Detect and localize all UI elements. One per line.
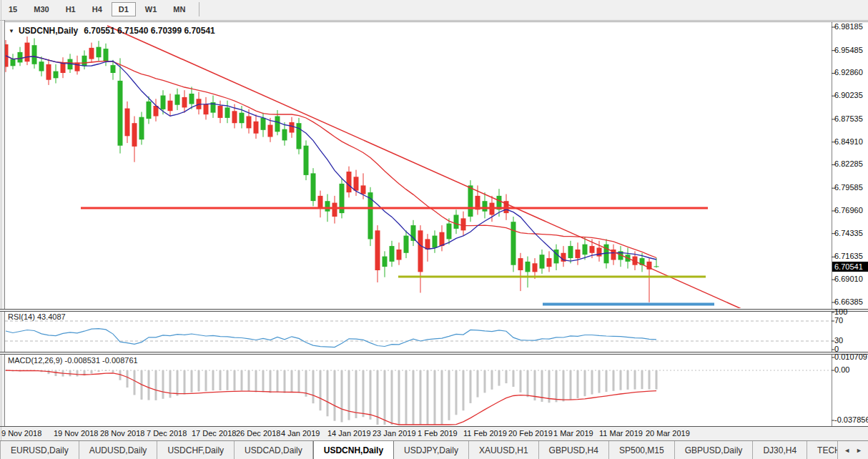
chart-tab-usdcnh-daily[interactable]: USDCNH,Daily bbox=[313, 441, 394, 459]
current-price-tag: 6.70541 bbox=[832, 262, 868, 272]
date-axis-label: 7 Dec 2018 bbox=[147, 429, 187, 438]
tab-scroll-right-icon[interactable]: ► bbox=[853, 445, 865, 455]
chart-tab-usdchf-daily[interactable]: USDCHF,Daily bbox=[157, 441, 235, 459]
date-axis-label: 11 Feb 2019 bbox=[463, 429, 507, 438]
date-axis-label: 23 Jan 2019 bbox=[373, 429, 416, 438]
date-axis-label: 28 Nov 2018 bbox=[100, 429, 144, 438]
date-axis-label: 11 Mar 2019 bbox=[599, 429, 643, 438]
price-chart-canvas bbox=[0, 0, 868, 459]
date-axis-label: 14 Jan 2019 bbox=[327, 429, 371, 438]
tab-scroll-controls: ◄ ► bbox=[837, 441, 868, 459]
price-axis-label: 6.71635 bbox=[834, 252, 863, 260]
chart-tab-sp500-m15[interactable]: SP500,M15 bbox=[609, 441, 675, 459]
price-axis-label: 6.84910 bbox=[834, 137, 863, 146]
price-axis-label: 6.82285 bbox=[834, 159, 863, 168]
price-axis-label: 6.95485 bbox=[834, 46, 863, 54]
rsi-axis-label: 100 bbox=[834, 307, 847, 316]
date-axis-label: 20 Feb 2019 bbox=[508, 429, 553, 438]
date-axis-label: 1 Feb 2019 bbox=[418, 429, 458, 438]
trading-terminal: 15M30H1H4D1W1MN ▼USDCNH,Daily6.70551 6.7… bbox=[0, 0, 868, 459]
date-axis-label: 4 Jan 2019 bbox=[281, 429, 320, 438]
rsi-indicator-label: RSI(14) 43.4087 bbox=[8, 312, 66, 321]
price-axis-label: 6.92860 bbox=[834, 68, 863, 76]
price-axis-label: 6.69010 bbox=[834, 275, 863, 283]
tab-scroll-left-icon[interactable]: ◄ bbox=[841, 445, 853, 455]
macd-axis-label: 0.010709 bbox=[834, 352, 867, 361]
chart-title: ▼USDCNH,Daily6.70551 6.71540 6.70399 6.7… bbox=[9, 26, 215, 36]
chart-tab-eurusd-daily[interactable]: EURUSD,Daily bbox=[1, 441, 79, 459]
macd-indicator-label: MACD(12,26,9) -0.008531 -0.008761 bbox=[8, 356, 138, 365]
price-axis-label: 6.74335 bbox=[834, 229, 863, 237]
price-axis-label: 6.90235 bbox=[834, 91, 863, 99]
date-axis-label: 9 Nov 2018 bbox=[1, 429, 41, 438]
date-axis-label: 26 Dec 2018 bbox=[236, 429, 280, 438]
chart-tab-gbpusd-h4[interactable]: GBPUSD,H4 bbox=[539, 441, 609, 459]
chart-tab-xauusd-h1[interactable]: XAUUSD,H1 bbox=[469, 441, 539, 459]
price-axis-label: 6.66385 bbox=[834, 297, 863, 306]
chart-ohlc-values: 6.70551 6.71540 6.70399 6.70541 bbox=[84, 26, 215, 36]
chart-symbol-label: USDCNH,Daily bbox=[19, 26, 78, 36]
price-axis-label: 6.76960 bbox=[834, 206, 863, 214]
date-axis-label: 1 Mar 2019 bbox=[553, 429, 593, 438]
date-axis-label: 20 Mar 2019 bbox=[646, 429, 690, 438]
price-axis-label: 6.79585 bbox=[834, 183, 863, 192]
rsi-axis-label: 30 bbox=[834, 336, 843, 345]
price-axis-label: 6.87535 bbox=[834, 114, 863, 123]
macd-axis-label: -0.037856 bbox=[834, 415, 868, 424]
chart-tab-gbpusd-daily[interactable]: GBPUSD,Daily bbox=[675, 441, 754, 459]
chart-tab-audusd-daily[interactable]: AUDUSD,Daily bbox=[79, 441, 158, 459]
chart-tab-usdjpy-daily[interactable]: USDJPY,Daily bbox=[394, 441, 469, 459]
chart-tab-dj30-h4[interactable]: DJ30,H4 bbox=[753, 441, 807, 459]
date-axis-label: 17 Dec 2018 bbox=[192, 429, 236, 438]
chart-tab-bar: EURUSD,DailyAUDUSD,DailyUSDCHF,DailyUSDC… bbox=[0, 440, 868, 459]
price-axis-label: 6.98185 bbox=[834, 22, 863, 31]
date-axis-label: 19 Nov 2018 bbox=[54, 429, 98, 438]
macd-axis-label: 0.00 bbox=[834, 365, 849, 374]
symbol-dropdown-icon[interactable]: ▼ bbox=[9, 28, 14, 34]
chart-tab-usdcad-daily[interactable]: USDCAD,Daily bbox=[235, 441, 313, 459]
rsi-axis-label: 70 bbox=[834, 316, 843, 325]
